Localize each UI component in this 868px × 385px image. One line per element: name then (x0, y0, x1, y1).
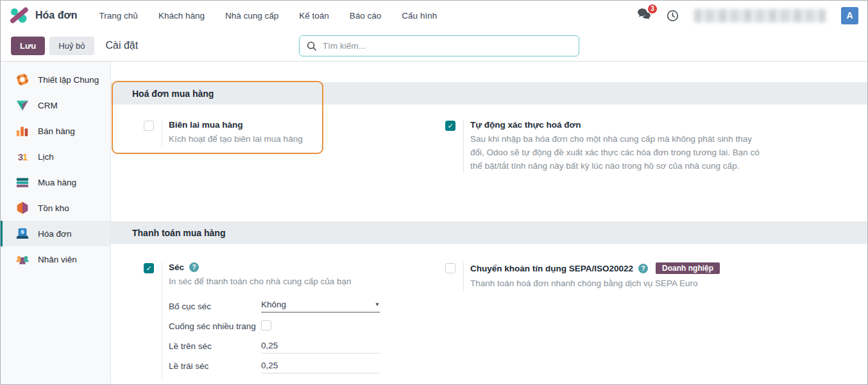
general-settings-icon (15, 73, 30, 87)
field-label-check-layout: Bố cục séc (169, 300, 261, 314)
settings-content: Hoá đơn mua hàng Biên lai mua hàng Kích … (111, 62, 867, 384)
setting-title: Tự động xác thực hoá đơn (470, 120, 760, 130)
invoicing-icon: $ (15, 227, 30, 241)
svg-text:$: $ (21, 229, 24, 235)
section-header-vendor-bills: Hoá đơn mua hàng (111, 82, 867, 105)
enterprise-badge: Doanh nghiệp (656, 262, 720, 274)
checks-fields: Bố cục séc Không ▼ Cuống (169, 300, 380, 373)
field-label-check-left-margin: Lề trái séc (169, 359, 261, 373)
chevron-down-icon: ▼ (375, 302, 380, 307)
purchase-icon (15, 175, 30, 189)
setting-auto-validate-bills: ✓ Tự động xác thực hoá đơn Sau khi nhập … (445, 120, 760, 173)
auto-validate-checkbox[interactable]: ✓ (445, 121, 455, 131)
setting-purchase-receipts: Biên lai mua hàng Kích hoạt để tạo biên … (144, 120, 445, 146)
odoo-logo-icon (10, 6, 29, 25)
setting-title: Chuyển khoản tín dụng SEPA/ISO20022 (470, 264, 633, 273)
sidebar-item-invoicing[interactable]: $ Hóa đơn (1, 221, 110, 246)
sidebar-item-calendar[interactable]: 31 Lịch (1, 144, 110, 169)
multi-page-stub-checkbox[interactable] (261, 320, 271, 330)
sidebar-item-purchase[interactable]: Mua hàng (1, 169, 110, 195)
menu-item-accounting[interactable]: Kế toán (299, 11, 329, 21)
odoo-settings-window: Hóa đơn Trang chủ Khách hàng Nhà cung cấ… (0, 0, 868, 385)
setting-description: Sau khi nhập ba hóa đơn cho một nhà cung… (470, 133, 760, 173)
messages-button[interactable]: 3 (637, 8, 651, 23)
purchase-receipts-checkbox[interactable] (144, 121, 154, 131)
check-layout-select[interactable]: Không ▼ (261, 300, 380, 312)
inventory-icon (15, 201, 30, 215)
save-button[interactable]: Lưu (11, 37, 45, 55)
menu-item-configuration[interactable]: Cấu hình (402, 11, 437, 21)
main-menu: Trang chủ Khách hàng Nhà cung cấp Kế toá… (99, 11, 438, 21)
help-icon[interactable]: ? (638, 264, 648, 273)
check-left-margin-input[interactable] (261, 361, 380, 373)
section-header-vendor-payments: Thanh toán mua hàng (111, 221, 867, 244)
activities-clock-icon[interactable] (667, 10, 679, 22)
help-icon[interactable]: ? (189, 262, 199, 272)
menu-item-reporting[interactable]: Báo cáo (350, 11, 382, 21)
sidebar-item-employees[interactable]: Nhân viên (1, 246, 110, 272)
navbar-right: 3 A (637, 7, 858, 24)
setting-description: Thanh toán hoá đơn nhanh chóng bằng dịch… (470, 277, 720, 291)
sepa-checkbox[interactable] (445, 263, 455, 273)
search-icon (307, 41, 317, 51)
app-name[interactable]: Hóa đơn (35, 10, 78, 21)
messages-count-badge: 3 (647, 4, 658, 14)
sidebar-item-inventory[interactable]: Tồn kho (1, 195, 110, 221)
settings-body: Thiết lập Chung CRM (1, 62, 867, 384)
top-navbar: Hóa đơn Trang chủ Khách hàng Nhà cung cấ… (1, 1, 867, 30)
field-label-multi-page-stub: Cuống séc nhiều trang (169, 320, 261, 334)
field-label-check-top-margin: Lề trên séc (169, 339, 261, 354)
setting-checks: ✓ Séc ? In séc để thanh toán cho nhà cun… (144, 262, 445, 379)
sales-icon (15, 124, 30, 138)
discard-button[interactable]: Huỷ bỏ (49, 37, 94, 55)
user-company-name-blurred[interactable] (694, 9, 826, 22)
setting-title: Séc (169, 262, 184, 272)
page-title: Cài đặt (106, 40, 139, 51)
control-bar: Lưu Huỷ bỏ Cài đặt (1, 30, 867, 62)
user-avatar[interactable]: A (841, 7, 858, 24)
checks-checkbox[interactable]: ✓ (144, 263, 154, 273)
menu-item-vendors[interactable]: Nhà cung cấp (225, 11, 278, 21)
setting-description: Kích hoạt để tạo biên lai mua hàng (169, 133, 303, 146)
sidebar-item-general-settings[interactable]: Thiết lập Chung (1, 67, 110, 92)
sidebar-item-sales[interactable]: Bán hàng (1, 118, 110, 144)
sidebar-item-crm[interactable]: CRM (1, 92, 110, 118)
search-input[interactable] (323, 41, 572, 51)
settings-sidebar: Thiết lập Chung CRM (1, 62, 111, 384)
employees-icon (15, 252, 30, 266)
setting-title: Biên lai mua hàng (169, 120, 303, 130)
search-box (299, 35, 579, 56)
crm-icon (15, 98, 30, 112)
setting-sepa-credit-transfer: Chuyển khoản tín dụng SEPA/ISO20022 ? Do… (445, 262, 720, 291)
check-top-margin-input[interactable] (261, 341, 380, 354)
menu-item-home[interactable]: Trang chủ (99, 11, 138, 21)
setting-description: In séc để thanh toán cho nhà cung cấp củ… (169, 275, 380, 289)
menu-item-customers[interactable]: Khách hàng (158, 11, 205, 21)
calendar-icon: 31 (15, 150, 30, 164)
